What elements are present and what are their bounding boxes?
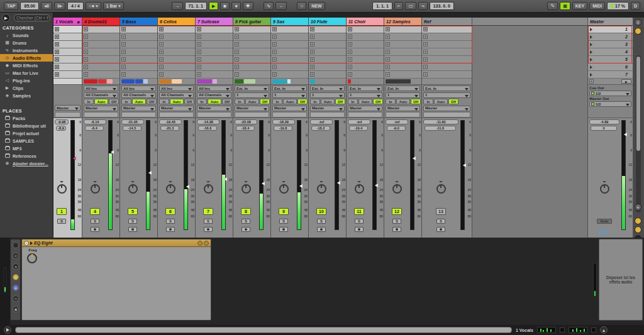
- clip-slot[interactable]: [309, 56, 346, 63]
- sidebar-item-midi-effects[interactable]: ◆MIDI Effects: [0, 62, 53, 69]
- track-activator-button[interactable]: 7: [203, 208, 213, 215]
- solo-button[interactable]: S: [57, 219, 66, 224]
- clip-slot[interactable]: [271, 26, 308, 33]
- clip-slot[interactable]: [120, 26, 157, 33]
- input-channel-chooser[interactable]: All Channels: [121, 92, 156, 98]
- clip-slot[interactable]: [120, 48, 157, 56]
- input-channel-chooser[interactable]: 1: [348, 92, 382, 98]
- device-on-button[interactable]: [24, 241, 29, 246]
- solo-button[interactable]: S: [317, 219, 326, 224]
- monitor-auto-button[interactable]: Auto: [434, 99, 448, 104]
- clip-stop-button[interactable]: [423, 65, 428, 69]
- clip-slot[interactable]: [422, 41, 472, 48]
- clip-stop-button[interactable]: [121, 27, 126, 31]
- clip-slot[interactable]: [422, 33, 472, 41]
- scene-launch-icon[interactable]: [590, 43, 592, 47]
- preview-headphone-icon[interactable]: [599, 229, 607, 235]
- clip-slot[interactable]: [53, 26, 82, 33]
- pan-knob[interactable]: [57, 184, 67, 194]
- arm-button[interactable]: [317, 227, 326, 232]
- input-type-chooser[interactable]: All Ins: [121, 85, 156, 91]
- drop-audio-effects-area[interactable]: Déposer ici les effets audio: [599, 239, 643, 321]
- volume-value-display[interactable]: -11.6: [425, 126, 456, 131]
- volume-value-display[interactable]: -16.6: [198, 126, 217, 131]
- clip-stop-button[interactable]: [197, 35, 201, 39]
- clip-slot[interactable]: [309, 71, 346, 79]
- sidebar-item-instruments[interactable]: ∿Instruments: [0, 47, 53, 54]
- clip-stop-button[interactable]: [159, 27, 164, 31]
- output-chooser[interactable]: Master: [235, 106, 269, 111]
- input-type-chooser[interactable]: All Ins: [159, 85, 194, 91]
- scene-row[interactable]: 7: [588, 71, 633, 79]
- monitor-auto-button[interactable]: Auto: [283, 99, 297, 104]
- clip-slot[interactable]: [53, 48, 82, 56]
- clip-slot[interactable]: [384, 71, 421, 79]
- peak-level-display[interactable]: -4.89: [589, 119, 619, 124]
- scene-launch-icon[interactable]: [590, 65, 592, 69]
- pan-knob[interactable]: [392, 184, 402, 194]
- track-activator-button[interactable]: 12: [392, 208, 402, 215]
- clip-slot[interactable]: [384, 48, 421, 56]
- arm-button[interactable]: [128, 227, 137, 232]
- scene-launch-icon[interactable]: [590, 28, 592, 31]
- clip-stop-button[interactable]: [55, 65, 59, 69]
- clip-stop-button[interactable]: [423, 42, 428, 47]
- loop-start-display[interactable]: 1. 1. 1: [372, 2, 392, 10]
- sidebar-place-references[interactable]: References: [0, 152, 53, 160]
- output-chooser[interactable]: Master: [272, 106, 307, 111]
- clip-stop-button[interactable]: [121, 65, 126, 69]
- clip-stop-button[interactable]: [197, 42, 201, 47]
- pan-knob[interactable]: [128, 184, 138, 194]
- sidebar-item-samples[interactable]: ◈Samples: [0, 92, 53, 99]
- clip-stop-button[interactable]: [348, 42, 352, 47]
- monitor-in-button[interactable]: In: [310, 99, 320, 104]
- input-channel-chooser[interactable]: All Channels: [84, 92, 118, 98]
- clip-slot[interactable]: [82, 41, 119, 48]
- monitor-in-button[interactable]: In: [423, 99, 433, 104]
- default-launch-box[interactable]: ▶: [621, 79, 631, 84]
- clip-stop-button[interactable]: [386, 35, 390, 39]
- monitor-auto-button[interactable]: Auto: [358, 99, 372, 104]
- clip-slot[interactable]: [120, 41, 157, 48]
- clip-slot[interactable]: [384, 56, 421, 63]
- disk-overload-indicator[interactable]: D: [631, 2, 640, 10]
- track-activator-button[interactable]: 6: [165, 208, 175, 215]
- nudge-down-button[interactable]: ◂‖: [41, 2, 52, 10]
- arm-button[interactable]: [279, 227, 288, 232]
- clip-stop-button[interactable]: [348, 57, 352, 62]
- clip-slot[interactable]: [309, 48, 346, 56]
- draw-mode-button[interactable]: ✎: [547, 2, 558, 10]
- sidebar-place-ajouter-dossier-[interactable]: ⊕Ajouter dossier...: [0, 160, 53, 167]
- automation-icon-sel[interactable]: ●: [13, 274, 19, 280]
- clip-stop-button[interactable]: [310, 50, 314, 54]
- monitor-auto-button[interactable]: Auto: [94, 99, 108, 104]
- clip-stop-button[interactable]: [310, 72, 314, 77]
- clip-stop-button[interactable]: [55, 57, 59, 62]
- clip-stop-button[interactable]: [310, 35, 314, 39]
- clip-stop-button[interactable]: [272, 57, 277, 62]
- track-delay-toggle[interactable]: [635, 226, 641, 233]
- clip-stop-button[interactable]: [159, 35, 164, 39]
- device-toggle-icon[interactable]: ●: [13, 263, 19, 270]
- clip-stop-button[interactable]: [272, 50, 277, 54]
- input-type-chooser[interactable]: Ext. In: [386, 85, 420, 91]
- device-unfold-icon[interactable]: [30, 241, 33, 245]
- clip-slot[interactable]: [53, 63, 82, 71]
- monitor-off-button[interactable]: Off: [297, 99, 308, 104]
- monitor-in-button[interactable]: In: [121, 99, 131, 104]
- midi-map-button[interactable]: MIDI: [589, 2, 605, 10]
- wrench-icon[interactable]: [197, 241, 203, 246]
- clip-slot[interactable]: [384, 63, 421, 71]
- clip-slot[interactable]: [233, 41, 270, 48]
- cue-out-chooser[interactable]: 1/2: [589, 91, 631, 96]
- clip-slot[interactable]: [158, 41, 195, 48]
- clip-slot[interactable]: [196, 63, 233, 71]
- clip-slot[interactable]: [82, 71, 119, 79]
- scrollbar-thumb[interactable]: [636, 57, 640, 151]
- record-button[interactable]: ●: [231, 2, 241, 10]
- clip-slot[interactable]: [82, 26, 119, 33]
- monitor-off-button[interactable]: Off: [109, 99, 119, 104]
- clip-slot[interactable]: [271, 71, 308, 79]
- clip-slot[interactable]: [422, 63, 472, 71]
- volume-value-display[interactable]: -6.4: [85, 126, 104, 131]
